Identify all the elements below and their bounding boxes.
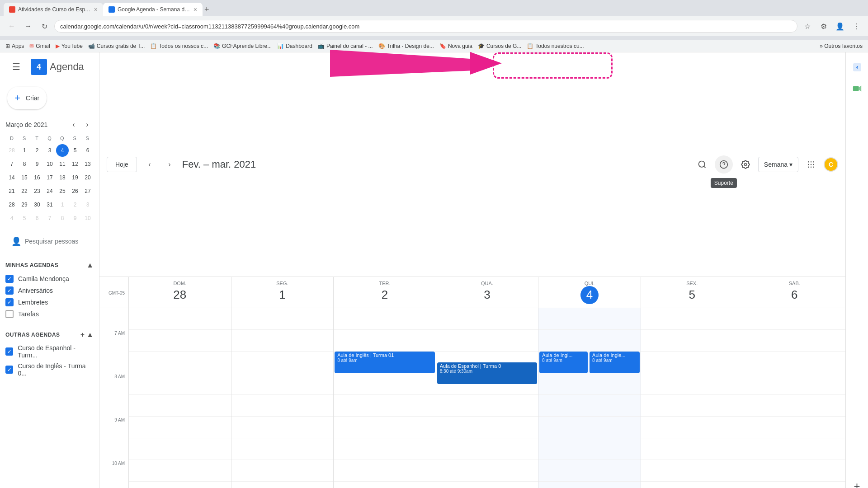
bookmark-gmail[interactable]: ✉ Gmail (29, 43, 50, 49)
mini-cal-day[interactable]: 15 (18, 171, 31, 184)
apps-grid-button[interactable] (802, 155, 820, 174)
mini-cal-day[interactable]: 29 (18, 198, 31, 211)
mini-cal-day[interactable]: 11 (56, 158, 69, 170)
extension-button[interactable]: ⚙ (817, 20, 830, 33)
mini-cal-day[interactable]: 26 (69, 185, 81, 197)
mini-cal-day[interactable]: 12 (69, 158, 81, 170)
google-calendar-icon[interactable]: 4 (848, 58, 866, 76)
mini-cal-day[interactable]: 3 (43, 144, 56, 157)
mini-cal-day[interactable]: 2 (69, 198, 81, 211)
mini-cal-day[interactable]: 18 (56, 171, 69, 184)
mini-cal-day[interactable]: 5 (69, 144, 81, 157)
tab-1-close[interactable]: × (94, 6, 98, 13)
forward-button[interactable]: → (22, 20, 34, 33)
mini-cal-day[interactable]: 7 (5, 158, 18, 170)
event-ingles-ter[interactable]: Aula de Inglês | Turma 01 8 até 9am (335, 352, 435, 373)
other-calendars-header[interactable]: Outras agendas + ▲ (0, 327, 99, 343)
mini-cal-day[interactable]: 9 (31, 158, 43, 170)
my-calendars-collapse[interactable]: ▲ (86, 261, 94, 269)
cal-checkbox-camila[interactable]: ✓ (5, 275, 14, 283)
cal-item-espanhol[interactable]: ✓ Curso de Espanhol - Turm... (0, 343, 99, 361)
mini-cal-day[interactable]: 7 (43, 212, 56, 225)
mini-cal-day[interactable]: 4 (5, 212, 18, 225)
mini-cal-day[interactable]: 8 (18, 158, 31, 170)
cal-checkbox-lembretes[interactable]: ✓ (5, 298, 14, 306)
event-espanhol-qua[interactable]: Aula de Espanhol | Turma 0 8:30 até 9:30… (437, 362, 538, 384)
tab-2[interactable]: Google Agenda - Semana de ... × (103, 3, 203, 16)
mini-cal-day[interactable]: 27 (81, 185, 94, 197)
bookmark-trilha[interactable]: 🎨 Trilha - Design de... (378, 43, 434, 49)
cal-item-aniversarios[interactable]: ✓ Aniversários (0, 285, 99, 296)
bookmark-gcf[interactable]: 📚 GCFAprende Libre... (213, 43, 272, 49)
mini-cal-day[interactable]: 6 (31, 212, 43, 225)
cal-item-ingles[interactable]: ✓ Curso de Inglês - Turma 0... (0, 361, 99, 379)
next-week-button[interactable]: › (162, 157, 177, 172)
tab-1[interactable]: Atividades de Curso de Espan... × (4, 3, 103, 16)
mini-cal-day[interactable]: 13 (81, 158, 94, 170)
right-add-button[interactable]: + (848, 477, 866, 488)
mini-cal-day[interactable]: 2 (31, 144, 43, 157)
cal-item-camila[interactable]: ✓ Camila Mendonça (0, 273, 99, 285)
mini-cal-day[interactable]: 6 (81, 144, 94, 157)
cal-checkbox-ingles[interactable]: ✓ (5, 366, 13, 374)
profile-button[interactable]: 👤 (834, 20, 846, 33)
bookmark-todos-nuestros[interactable]: 📋 Todos nuestros cu... (527, 43, 584, 49)
mini-cal-next[interactable]: › (81, 118, 94, 131)
mini-cal-day[interactable]: 19 (69, 171, 81, 184)
bookmark-painel[interactable]: 📺 Painel do canal - ... (318, 43, 373, 49)
tab-2-close[interactable]: × (193, 6, 197, 13)
mini-cal-day[interactable]: 3 (81, 198, 94, 211)
mini-cal-day[interactable]: 17 (43, 171, 56, 184)
user-avatar[interactable]: C (824, 157, 838, 172)
mini-cal-day[interactable]: 10 (81, 212, 94, 225)
prev-week-button[interactable]: ‹ (142, 157, 157, 172)
hamburger-button[interactable]: ☰ (7, 58, 25, 76)
mini-cal-day[interactable]: 9 (69, 212, 81, 225)
bookmark-youtube[interactable]: ▶ YouTube (56, 43, 83, 49)
reload-button[interactable]: ↻ (38, 20, 51, 33)
back-button[interactable]: ← (5, 20, 18, 33)
cal-item-tarefas[interactable]: Tarefas (0, 308, 99, 320)
meet-icon[interactable] (848, 80, 866, 98)
bookmark-todos[interactable]: 📋 Todos os nossos c... (150, 43, 208, 49)
mini-cal-day[interactable]: 16 (31, 171, 43, 184)
mini-cal-day[interactable]: 22 (18, 185, 31, 197)
create-button[interactable]: + Criar (7, 87, 47, 109)
bookmark-cursos-gratis[interactable]: 📹 Cursos gratis de T... (88, 43, 145, 49)
search-button[interactable] (693, 155, 711, 174)
week-view-selector[interactable]: Semana ▾ (758, 157, 798, 172)
bookmark-button[interactable]: ☆ (801, 20, 814, 33)
cal-checkbox-aniversarios[interactable]: ✓ (5, 286, 14, 295)
bookmark-cursos-g[interactable]: 🎓 Cursos de G... (478, 43, 521, 49)
mini-cal-day[interactable]: 14 (5, 171, 18, 184)
cal-item-lembretes[interactable]: ✓ Lembretes (0, 296, 99, 308)
new-tab-button[interactable]: + (204, 3, 209, 16)
mini-cal-prev[interactable]: ‹ (67, 118, 80, 131)
event-ingles-qui-1[interactable]: Aula de Ingl... 8 até 9am (539, 352, 587, 373)
mini-cal-day[interactable]: 20 (81, 171, 94, 184)
mini-cal-today[interactable]: 4 (56, 144, 69, 157)
bookmark-apps[interactable]: ⊞ Apps (5, 43, 24, 49)
mini-cal-day[interactable]: 1 (56, 198, 69, 211)
menu-button[interactable]: ⋮ (850, 20, 863, 33)
help-button[interactable]: Suporte (715, 155, 733, 174)
mini-cal-day[interactable]: 5 (18, 212, 31, 225)
mini-cal-day[interactable]: 31 (43, 198, 56, 211)
bookmark-nova-guia[interactable]: 🔖 Nova guia (439, 43, 472, 49)
cal-checkbox-espanhol[interactable]: ✓ (5, 347, 13, 356)
mini-cal-day[interactable]: 28 (5, 198, 18, 211)
mini-cal-day[interactable]: 1 (18, 144, 31, 157)
other-cal-add-icon[interactable]: + (80, 331, 85, 339)
mini-cal-day[interactable]: 25 (56, 185, 69, 197)
address-bar[interactable]: calendar.google.com/calendar/u/0/r/week?… (54, 20, 797, 33)
bookmark-outros[interactable]: » Outros favoritos (820, 43, 863, 49)
other-cal-collapse[interactable]: ▲ (86, 331, 94, 339)
people-search[interactable]: 👤 Pesquisar pessoas (5, 232, 94, 250)
mini-cal-day[interactable]: 24 (43, 185, 56, 197)
event-ingles-qui-2[interactable]: Aula de Ingle... 8 até 9am (590, 352, 640, 373)
my-calendars-header[interactable]: Minhas agendas ▲ (0, 258, 99, 273)
mini-cal-day[interactable]: 23 (31, 185, 43, 197)
settings-button[interactable] (736, 155, 755, 174)
bookmark-dashboard[interactable]: 📊 Dashboard (277, 43, 312, 49)
mini-cal-day[interactable]: 10 (43, 158, 56, 170)
